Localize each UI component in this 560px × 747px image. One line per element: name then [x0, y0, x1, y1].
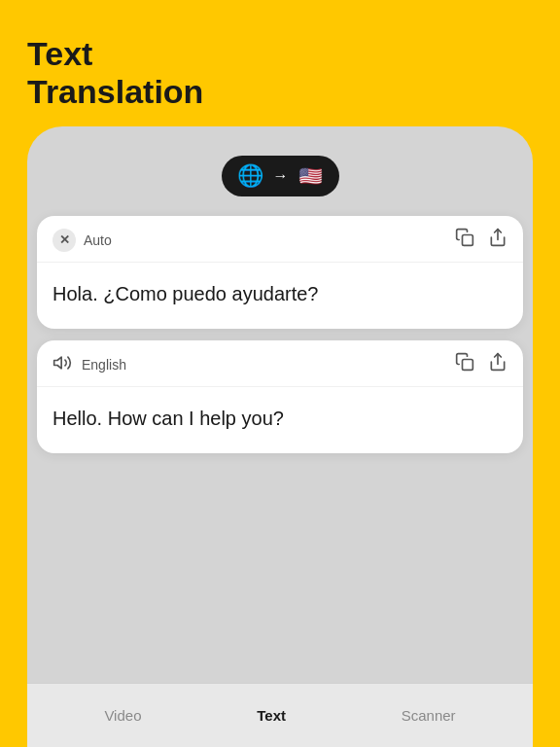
- share-icon[interactable]: [488, 228, 508, 252]
- language-switcher[interactable]: 🌐 → 🇺🇸: [222, 156, 339, 196]
- language-arrow-icon: →: [273, 167, 289, 185]
- speaker-icon[interactable]: [52, 353, 72, 375]
- svg-rect-3: [463, 360, 473, 371]
- source-language-text: Auto: [84, 232, 112, 248]
- nav-item-video[interactable]: Video: [85, 701, 160, 729]
- target-card: English: [37, 340, 523, 453]
- target-language-text: English: [82, 357, 126, 373]
- close-button[interactable]: ✕: [52, 229, 76, 252]
- share-icon[interactable]: [488, 352, 508, 376]
- page-title: Text Translation: [27, 35, 203, 111]
- nav-scanner-label: Scanner: [402, 707, 456, 724]
- target-card-header: English: [37, 340, 523, 387]
- source-card: ✕ Auto: [37, 216, 523, 329]
- target-language-flag: 🇺🇸: [298, 163, 324, 189]
- source-language-icon: 🌐: [237, 163, 263, 189]
- source-text: Hola. ¿Como puedo ayudarte?: [37, 263, 523, 329]
- phone-frame: 🌐 → 🇺🇸 ✕ Auto: [27, 126, 533, 747]
- nav-item-scanner[interactable]: Scanner: [382, 701, 475, 729]
- translation-cards: ✕ Auto: [27, 216, 533, 747]
- copy-icon[interactable]: [455, 228, 474, 252]
- source-card-header: ✕ Auto: [37, 216, 523, 263]
- target-language-label: English: [52, 353, 126, 375]
- target-text: Hello. How can I help you?: [37, 387, 523, 453]
- target-card-actions: [455, 352, 508, 376]
- nav-video-label: Video: [104, 707, 141, 724]
- source-card-actions: [455, 228, 508, 252]
- svg-rect-0: [463, 235, 473, 246]
- source-language-label: ✕ Auto: [52, 229, 112, 252]
- copy-icon[interactable]: [455, 352, 474, 376]
- nav-item-text[interactable]: Text: [237, 701, 305, 729]
- bottom-nav: Video Text Scanner: [27, 683, 533, 747]
- nav-text-label: Text: [257, 707, 286, 724]
- svg-marker-2: [54, 357, 62, 369]
